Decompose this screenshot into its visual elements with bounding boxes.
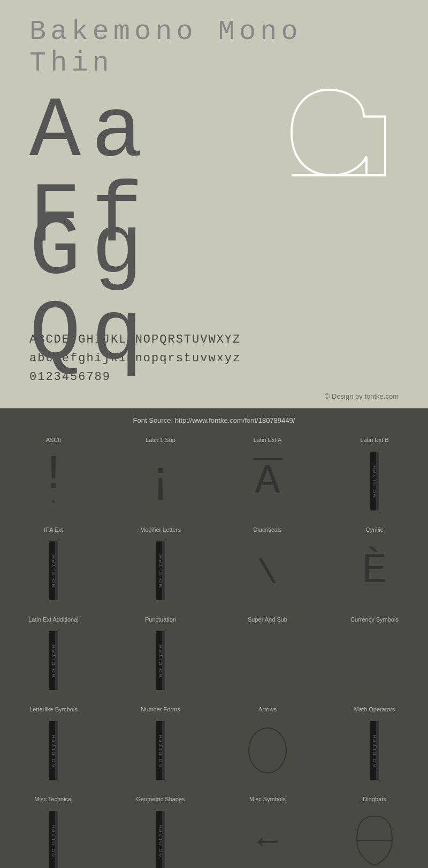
- glyph-box-latinextadd: NO GLYPH: [21, 626, 86, 695]
- glyph-cell-punctuation: Punctuation NO GLYPH: [107, 612, 214, 702]
- letter-pair-gq: Gg Qq: [29, 207, 399, 378]
- glyph-box-letterlike: NO GLYPH: [21, 716, 86, 785]
- no-glyph-ipaext: NO GLYPH: [49, 541, 58, 600]
- glyph-section: Font Source: http://www.fontke.com/font/…: [0, 408, 428, 868]
- no-glyph-geoshapes: NO GLYPH: [156, 811, 165, 868]
- glyph-circle-svg: [243, 724, 292, 777]
- glyph-cell-ipaext: IPA Ext NO GLYPH: [0, 522, 107, 612]
- glyph-label-arrows: Arrows: [258, 706, 277, 712]
- glyph-box-arrows: [235, 716, 300, 785]
- glyph-dot: •: [51, 497, 57, 508]
- glyph-cell-mathops: Math Operators NO GLYPH: [321, 702, 428, 792]
- glyph-label-cyrillic: Cyrillic: [366, 526, 383, 533]
- glyph-label-ipaext: IPA Ext: [44, 526, 63, 533]
- no-glyph-numberforms: NO GLYPH: [156, 721, 165, 780]
- glyph-cell-miscsymbols: Misc Symbols ←: [214, 792, 321, 868]
- glyph-box-mathops: NO GLYPH: [342, 716, 407, 785]
- glyph-box-latin1sup: ¡: [128, 446, 193, 516]
- svg-point-1: [249, 728, 286, 773]
- glyph-label-punctuation: Punctuation: [145, 616, 176, 623]
- glyph-cell-diacriticals: Diacriticals \: [214, 522, 321, 612]
- glyph-cell-currency: Currency Symbols: [321, 612, 428, 702]
- glyph-cell-dingbats: Dingbats: [321, 792, 428, 868]
- glyph-cell-modletters: Modifier Letters NO GLYPH: [107, 522, 214, 612]
- glyph-label-diacriticals: Diacriticals: [253, 526, 281, 533]
- no-glyph-punctuation: NO GLYPH: [156, 631, 165, 690]
- glyph-label-currency: Currency Symbols: [350, 616, 399, 623]
- glyph-box-diacriticals: \: [235, 536, 300, 606]
- glyph-box-latinextb: NO GLYPH: [342, 446, 407, 516]
- glyph-cell-letterlike: Letterlike Symbols NO GLYPH: [0, 702, 107, 792]
- glyph-box-superandsub: [235, 626, 300, 695]
- glyph-label-latinextadd: Latin Ext Additional: [28, 616, 79, 623]
- glyph-cell-misctechnical: Misc Technical NO GLYPH: [0, 792, 107, 868]
- no-glyph-latinextadd: NO GLYPH: [49, 631, 58, 690]
- glyph-cell-ascii: ASCII ! •: [0, 432, 107, 522]
- font-preview-section: Bakemono Mono Thin Aa Ff Gg Qq ABCDEFGHI…: [0, 0, 428, 408]
- glyph-a-macron: A: [255, 461, 280, 503]
- glyph-cell-superandsub: Super And Sub: [214, 612, 321, 702]
- glyph-cyrillic-char: È: [362, 549, 387, 592]
- glyph-cell-latinextadd: Latin Ext Additional NO GLYPH: [0, 612, 107, 702]
- glyph-label-superandsub: Super And Sub: [248, 616, 287, 623]
- glyph-box-punctuation: NO GLYPH: [128, 626, 193, 695]
- glyph-label-ascii: ASCII: [46, 437, 62, 443]
- glyph-label-numberforms: Number Forms: [141, 706, 180, 712]
- no-glyph-latinextb: NO GLYPH: [370, 452, 379, 510]
- glyph-label-miscsymbols: Misc Symbols: [249, 796, 286, 802]
- no-glyph-modletters: NO GLYPH: [156, 541, 165, 600]
- font-title: Bakemono Mono Thin: [29, 16, 399, 79]
- font-source: Font Source: http://www.fontke.com/font/…: [0, 414, 428, 432]
- glyph-label-letterlike: Letterlike Symbols: [29, 706, 78, 712]
- big-letters-row-1: Aa Ff: [29, 90, 399, 207]
- glyph-cell-latinexta: Latin Ext A A: [214, 432, 321, 522]
- glyph-cell-latinextb: Latin Ext B NO GLYPH: [321, 432, 428, 522]
- glyph-box-ipaext: NO GLYPH: [21, 536, 86, 606]
- glyph-cell-latin1sup: Latin 1 Sup ¡: [107, 432, 214, 522]
- glyph-grid: ASCII ! • Latin 1 Sup ¡ Latin Ext A A: [0, 432, 428, 868]
- glyph-box-numberforms: NO GLYPH: [128, 716, 193, 785]
- glyph-inverted-exclaim: ¡: [146, 454, 175, 508]
- glyph-label-misctechnical: Misc Technical: [34, 796, 72, 802]
- glyph-slash-mark: \: [258, 551, 278, 590]
- no-glyph-mathops: NO GLYPH: [370, 721, 379, 780]
- glyph-label-latinexta: Latin Ext A: [254, 437, 282, 443]
- no-glyph-letterlike: NO GLYPH: [49, 721, 58, 780]
- glyph-label-latinextb: Latin Ext B: [360, 437, 388, 443]
- glyph-box-cyrillic: È: [342, 536, 407, 606]
- glyph-box-geoshapes: NO GLYPH: [128, 805, 193, 868]
- glyph-cell-arrows: Arrows: [214, 702, 321, 792]
- no-glyph-misctechnical: NO GLYPH: [49, 811, 58, 868]
- glyph-label-latin1sup: Latin 1 Sup: [146, 437, 175, 443]
- copyright-text: © Design by fontke.com: [29, 390, 399, 403]
- glyph-label-modletters: Modifier Letters: [140, 526, 181, 533]
- big-letters-row-2: Gg Qq: [29, 207, 399, 314]
- glyph-box-dingbats: [342, 805, 407, 868]
- glyph-cell-geoshapes: Geometric Shapes NO GLYPH: [107, 792, 214, 868]
- glyph-box-ascii: ! •: [21, 446, 86, 516]
- glyph-left-arrow: ←: [250, 820, 285, 860]
- glyph-shield-svg: [350, 811, 399, 868]
- glyph-box-miscsymbols: ←: [235, 805, 300, 868]
- glyph-box-latinexta: A: [235, 446, 300, 516]
- glyph-exclamation: !: [39, 454, 68, 497]
- glyph-box-modletters: NO GLYPH: [128, 536, 193, 606]
- glyph-cell-numberforms: Number Forms NO GLYPH: [107, 702, 214, 792]
- glyph-box-misctechnical: NO GLYPH: [21, 805, 86, 868]
- glyph-box-currency: [342, 626, 407, 695]
- glyph-label-geoshapes: Geometric Shapes: [136, 796, 185, 802]
- glyph-cell-cyrillic: Cyrillic È: [321, 522, 428, 612]
- glyph-label-dingbats: Dingbats: [363, 796, 386, 802]
- glyph-label-mathops: Math Operators: [354, 706, 395, 712]
